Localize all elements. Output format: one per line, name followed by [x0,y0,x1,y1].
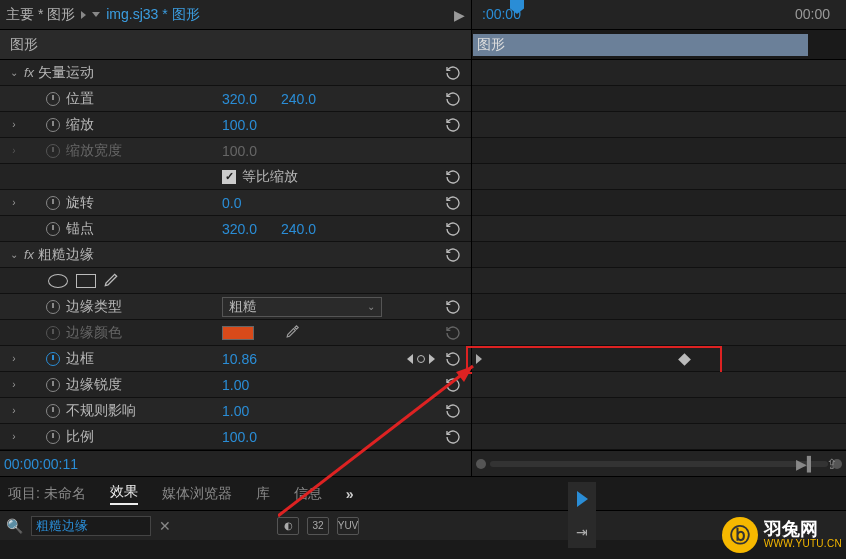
keyframe-track-border[interactable] [472,346,846,372]
solo-icon[interactable]: ▶▍ [796,456,818,472]
effect-title: 矢量运动 [38,64,94,82]
fx-badge-icon[interactable]: fx [24,65,34,80]
clip-bar[interactable]: 图形 [473,34,808,56]
preset-yuv-icon[interactable]: YUV [337,517,359,535]
brand-url: WWW.YUTU.CN [764,539,842,550]
play-icon[interactable]: ▶ [448,7,471,23]
tabs-overflow[interactable]: » [346,486,354,502]
prop-label: 不规则影响 [66,402,136,420]
track-play-icon[interactable] [476,354,482,364]
reset-button[interactable] [443,376,463,394]
timeline-scrollbar[interactable] [490,461,828,467]
prop-label: 缩放宽度 [66,142,122,160]
tab-info[interactable]: 信息 [294,485,322,503]
next-keyframe-icon[interactable] [429,354,435,364]
reset-button[interactable] [443,324,463,342]
disclosure-toggle[interactable]: › [8,431,20,442]
add-keyframe-icon[interactable] [417,355,425,363]
tab-effects[interactable]: 效果 [110,483,138,505]
value-anchor-y[interactable]: 240.0 [281,221,316,237]
prop-label: 缩放 [66,116,94,134]
breadcrumb-main[interactable]: 主要 * 图形 [6,6,75,24]
keyframe-diamond-icon[interactable] [678,353,691,366]
rect-mask-icon[interactable] [76,274,96,288]
reset-button[interactable] [443,194,463,212]
zoom-handle-left[interactable] [476,459,486,469]
reset-button[interactable] [443,246,463,264]
prop-label: 旋转 [66,194,94,212]
reset-button[interactable] [443,168,463,186]
prop-label: 边缘类型 [66,298,122,316]
playhead-icon[interactable] [510,0,524,14]
value-rotation[interactable]: 0.0 [222,195,241,211]
eyedropper-icon[interactable] [286,324,300,341]
disclosure-toggle[interactable]: ⌄ [8,249,20,260]
pen-tool-icon[interactable] [104,271,120,290]
value-anchor-x[interactable]: 320.0 [222,221,257,237]
reset-button[interactable] [443,116,463,134]
effects-search-input[interactable] [31,516,151,536]
value-sharpness[interactable]: 1.00 [222,377,249,393]
transport-controls: ⇥ [568,482,596,548]
watermark-logo: ⓑ 羽兔网 WWW.YUTU.CN [722,517,842,553]
prop-label: 边缘颜色 [66,324,122,342]
prop-label: 边缘锐度 [66,376,122,394]
stopwatch-icon [46,326,60,340]
fx-badge-icon[interactable]: fx [24,247,34,262]
uniform-scale-checkbox[interactable]: ✓ [222,170,236,184]
edge-type-dropdown[interactable]: 粗糙 ⌄ [222,297,382,317]
clear-search-icon[interactable]: ✕ [159,518,171,534]
reset-button[interactable] [443,64,463,82]
disclosure-toggle[interactable]: › [8,405,20,416]
stopwatch-icon[interactable] [46,196,60,210]
stopwatch-icon[interactable] [46,92,60,106]
value-proportion[interactable]: 100.0 [222,429,257,445]
uniform-scale-label: 等比缩放 [242,168,298,186]
mini-timeline[interactable]: :00:00 00:00 [471,0,846,29]
panel-title: 图形 [0,30,471,59]
reset-button[interactable] [443,402,463,420]
breadcrumb-clip[interactable]: img.sj33 * 图形 [106,6,199,24]
current-timecode[interactable]: 00:00:00:11 [0,451,471,476]
clip-label: 图形 [477,36,505,54]
step-forward-icon[interactable]: ⇥ [576,524,588,540]
tab-project[interactable]: 项目: 未命名 [8,485,86,503]
disclosure-toggle[interactable]: › [8,197,20,208]
value-border[interactable]: 10.86 [222,351,257,367]
ellipse-mask-icon[interactable] [48,274,68,288]
stopwatch-icon[interactable] [46,352,60,366]
preset-alpha-icon[interactable]: ◐ [277,517,299,535]
stopwatch-icon[interactable] [46,430,60,444]
tab-library[interactable]: 库 [256,485,270,503]
value-scale[interactable]: 100.0 [222,117,257,133]
reset-button[interactable] [443,90,463,108]
preset-32bit-icon[interactable]: 32 [307,517,329,535]
stopwatch-icon[interactable] [46,378,60,392]
value-irregular[interactable]: 1.00 [222,403,249,419]
value-scale-width: 100.0 [222,143,257,159]
tab-media-browser[interactable]: 媒体浏览器 [162,485,232,503]
reset-button[interactable] [443,350,463,368]
stopwatch-icon[interactable] [46,300,60,314]
disclosure-toggle[interactable]: › [8,119,20,130]
stopwatch-icon[interactable] [46,118,60,132]
prop-label: 边框 [66,350,94,368]
disclosure-toggle[interactable]: › [8,353,20,364]
search-icon: 🔍 [6,518,23,534]
reset-button[interactable] [443,220,463,238]
value-position-y[interactable]: 240.0 [281,91,316,107]
export-icon[interactable]: ⇪ [826,456,838,472]
chevron-down-icon[interactable] [92,12,100,17]
chevron-right-icon [81,11,86,19]
value-position-x[interactable]: 320.0 [222,91,257,107]
prop-label: 锚点 [66,220,94,238]
reset-button[interactable] [443,428,463,446]
reset-button[interactable] [443,298,463,316]
color-swatch[interactable] [222,326,254,340]
prev-keyframe-icon[interactable] [407,354,413,364]
play-button[interactable] [577,491,588,507]
stopwatch-icon[interactable] [46,222,60,236]
stopwatch-icon[interactable] [46,404,60,418]
disclosure-toggle[interactable]: › [8,379,20,390]
disclosure-toggle[interactable]: ⌄ [8,67,20,78]
